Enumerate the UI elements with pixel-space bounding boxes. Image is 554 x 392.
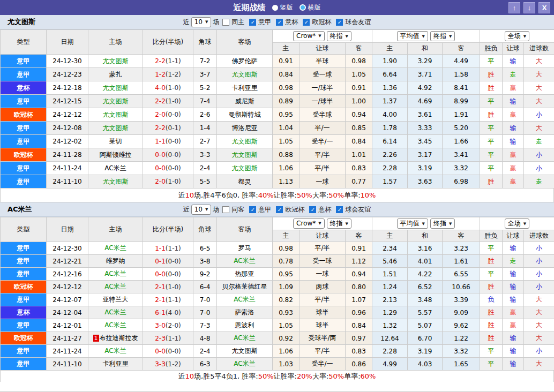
corner-score: 1-4 — [193, 122, 217, 135]
league-checkbox[interactable]: ✓ — [249, 19, 256, 26]
match-count-select-value: 10 — [194, 206, 203, 213]
odds-company-select[interactable]: Crow*▼ — [293, 31, 325, 41]
games-label: 场 — [213, 205, 219, 214]
home-team-name: AC米兰 — [104, 283, 126, 290]
match-count-select[interactable]: 10▼ — [191, 17, 212, 27]
scope-select[interactable]: 全场▼ — [505, 31, 529, 41]
odds-company-select-value: Crow* — [296, 220, 316, 227]
sub-header: 客 — [443, 230, 480, 242]
odds-away: 0.84 — [346, 135, 372, 148]
move-down-button[interactable]: ↓ — [523, 2, 535, 13]
half-time-score: (0-0) — [166, 270, 181, 278]
chevron-down-icon: ▼ — [422, 34, 425, 39]
corner-score: 3-7 — [193, 68, 217, 81]
corner-score: 9-2 — [193, 268, 217, 281]
title-bar: 近期战绩 竖版 横版 ↑ ↓ X — [0, 0, 554, 15]
match-row: 欧冠杯24-11-28阿斯顿维拉0-0(0-0)3-3尤文图斯0.88平/半1.… — [1, 148, 554, 162]
same-venue-checkbox[interactable] — [222, 206, 229, 213]
match-row: 意杯24-12-04AC米兰6-1(4-0)7-0萨索洛0.93球半0.961.… — [1, 306, 554, 319]
handicap-line: 受一球 — [300, 255, 346, 268]
home-team-name: 亚特兰大 — [103, 296, 129, 303]
home-team: 尤文图斯 — [88, 55, 143, 68]
half-time-score: (0-0) — [166, 258, 181, 265]
away-team-name: 热那亚 — [235, 270, 254, 277]
away-team-name: 博洛尼亚 — [232, 124, 258, 132]
home-team-name: 尤文图斯 — [103, 178, 129, 185]
league-checkbox[interactable]: ✓ — [309, 206, 316, 213]
league-checkbox[interactable]: ✓ — [336, 206, 343, 213]
league-badge: 欧冠杯 — [1, 108, 47, 122]
same-venue-checkbox[interactable] — [222, 19, 229, 26]
league-checkbox[interactable]: ✓ — [249, 206, 256, 213]
home-team-name: AC米兰 — [104, 308, 126, 316]
handicap-line: 两球 — [300, 281, 346, 293]
layout-radio-group: 竖版 横版 — [272, 3, 321, 12]
result-goals: 大 — [524, 306, 554, 319]
avg-away-odds: 1.61 — [443, 255, 480, 268]
home-team: 尤文图斯 — [88, 108, 143, 122]
handicap-line: 受半/一 — [300, 135, 346, 148]
average-select[interactable]: 平均值▼ — [397, 31, 428, 41]
sub-header: 和 — [408, 230, 443, 242]
league-checkbox[interactable]: ✓ — [276, 206, 283, 213]
odds-company-select[interactable]: Crow*▼ — [293, 218, 325, 229]
league-checkbox-label: 意杯 — [285, 18, 298, 27]
match-date: 24-11-27 — [47, 332, 88, 345]
league-checkbox[interactable]: ✓ — [303, 19, 310, 26]
match-score: 1-2(1-2) — [143, 68, 193, 81]
result-goals: 大 — [524, 358, 554, 371]
away-team: 卡利亚里 — [217, 81, 273, 95]
summary-segment: 60% — [361, 372, 376, 380]
odds-time-select[interactable]: 终指▼ — [327, 218, 351, 229]
result-win-draw-loss: 平 — [480, 242, 503, 255]
match-score: 0-0(0-0) — [143, 162, 193, 175]
away-team-name: AC米兰 — [234, 334, 255, 342]
home-team: 尤文图斯 — [88, 95, 143, 108]
result-goals: 大 — [524, 95, 554, 108]
avg-draw-odds: 6.52 — [408, 281, 443, 293]
home-team: 尤文图斯 — [88, 122, 143, 135]
odds-home: 0.98 — [273, 242, 300, 255]
avg-draw-odds: 3.16 — [408, 242, 443, 255]
scope-select-value: 全场 — [508, 219, 521, 228]
close-button[interactable]: X — [538, 2, 550, 13]
average-select[interactable]: 平均值▼ — [397, 218, 428, 229]
handicap-line: 一/球半 — [300, 81, 346, 95]
chevron-down-icon: ▼ — [205, 207, 208, 212]
avg-away-odds: 1.58 — [443, 68, 480, 81]
result-handicap: 输 — [503, 332, 524, 345]
average-time-select[interactable]: 终指▼ — [430, 218, 455, 229]
move-up-button[interactable]: ↑ — [508, 2, 520, 13]
section-header: AC米兰近10▼场同客✓意甲✓欧冠杯✓意杯✓球会友谊 — [0, 202, 554, 217]
avg-away-odds: 1.91 — [443, 108, 480, 122]
odds-time-select[interactable]: 终指▼ — [327, 31, 351, 41]
match-row: 意甲24-11-24AC米兰0-0(0-0)2-4尤文图斯1.06平/半0.83… — [1, 162, 554, 175]
match-row: 意甲24-12-30AC米兰1-1(1-1)6-5罗马0.98平/半0.912.… — [1, 242, 554, 255]
odds-home: 1.06 — [273, 345, 300, 358]
handicap-line: 平/半 — [300, 162, 346, 175]
full-time-score: 6-1 — [155, 309, 166, 316]
result-goals: 小 — [524, 281, 554, 293]
col-home-header: 主场 — [88, 30, 143, 55]
avg-draw-odds: 4.03 — [408, 358, 443, 371]
avg-draw-odds: 3.45 — [408, 135, 443, 148]
odds-away: 0.94 — [346, 108, 372, 122]
match-score: 6-1(4-0) — [143, 306, 193, 319]
result-goals: 走 — [524, 135, 554, 148]
home-team: AC米兰 — [88, 306, 143, 319]
league-checkbox[interactable]: ✓ — [276, 19, 283, 26]
horizontal-layout-radio[interactable]: 横版 — [300, 3, 321, 12]
match-score: 0-0(0-0) — [143, 345, 193, 358]
average-time-select[interactable]: 终指▼ — [430, 31, 455, 41]
league-checkbox[interactable]: ✓ — [336, 19, 343, 26]
col-corner-header: 角球 — [193, 30, 217, 55]
match-count-select[interactable]: 10▼ — [191, 205, 212, 215]
scope-select[interactable]: 全场▼ — [505, 218, 529, 229]
corner-score: 2-6 — [193, 108, 217, 122]
handicap-line: 半球 — [300, 55, 346, 68]
league-badge: 欧冠杯 — [1, 148, 47, 162]
full-time-score: 3-0 — [155, 322, 166, 329]
vertical-layout-radio[interactable]: 竖版 — [272, 3, 293, 12]
handicap-line: 一球 — [300, 175, 346, 189]
away-team: AC米兰 — [217, 293, 273, 306]
